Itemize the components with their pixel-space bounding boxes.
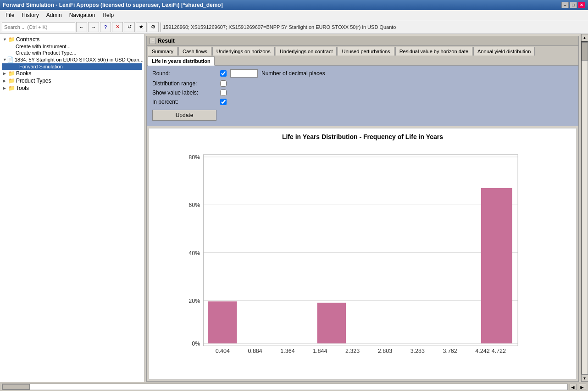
distribution-range-row: Distribution range: [152,80,573,87]
menu-navigation[interactable]: Navigation [66,10,99,20]
refresh-button[interactable]: ↺ [124,22,135,32]
tree-item-create-instrument[interactable]: Create with Instrument... [2,43,142,50]
tree-item-books[interactable]: ▶ 📁 Books [2,70,142,77]
tab-unused-perturbations[interactable]: Unused perturbations [338,47,394,56]
tab-annual-yield[interactable]: Annual yield distribution [473,47,535,56]
show-value-labels-checkbox[interactable] [220,89,227,96]
tree-item-tools[interactable]: ▶ 📁 Tools [2,84,142,92]
form-area: Round: 1 Number of decimal places Distri… [147,66,578,126]
svg-text:80%: 80% [189,154,200,161]
svg-text:2.323: 2.323 [345,348,360,354]
round-row: Round: 1 Number of decimal places [152,69,573,78]
svg-text:3.283: 3.283 [410,348,425,354]
folder-icon: 📁 [8,36,15,43]
bar-2 [481,188,512,344]
svg-text:1.364: 1.364 [280,348,294,354]
svg-rect-10 [204,155,518,346]
round-checkbox[interactable] [220,70,227,77]
tab-underlyings-contract[interactable]: Underlyings on contract [276,47,337,56]
in-percent-checkbox[interactable] [220,99,227,105]
chart-container: 80% 60% 40% 20% 0% [154,145,571,374]
search-input[interactable] [2,22,75,32]
round-input[interactable]: 1 [230,69,258,78]
tab-residual-value[interactable]: Residual value by horizon date [395,47,472,56]
svg-text:20%: 20% [189,298,200,304]
svg-text:40%: 40% [189,250,200,257]
chart-svg: 80% 60% 40% 20% 0% [154,145,571,374]
result-panel: – Result Summary Cash flows Underlyings … [146,36,579,382]
folder-icon-books: 📁 [8,70,15,77]
scroll-up-button[interactable]: ▲ [581,34,588,41]
tree-item-contracts[interactable]: ▼ 📁 Contracts [2,36,142,43]
menu-file[interactable]: File [2,10,18,20]
scroll-right-btn[interactable]: ► [579,384,586,390]
menu-bar: File History Admin Navigation Help [0,10,588,20]
close-tab-button[interactable]: ✕ [112,22,123,32]
in-percent-label: In percent: [152,99,216,105]
menu-history[interactable]: History [18,10,42,20]
menu-admin[interactable]: Admin [43,10,66,20]
show-value-labels-label: Show value labels: [152,89,216,96]
horizontal-scrollbar[interactable] [2,384,568,390]
bookmark-button[interactable]: ★ [136,22,147,32]
collapse-button[interactable]: – [150,38,156,44]
update-row: Update [152,108,573,123]
tree-toggle-products[interactable]: ▶ [3,78,8,83]
round-label: Round: [152,70,216,77]
bar-1 [317,303,346,344]
chart-area: Life in Years Distribution - Frequency o… [149,128,577,380]
tree-item-create-product[interactable]: Create with Product Type... [2,50,142,56]
tree-toggle-books[interactable]: ▶ [3,71,8,76]
svg-text:60%: 60% [189,202,200,208]
content-area: – Result Summary Cash flows Underlyings … [144,34,581,382]
window-controls: – □ ✕ [561,2,585,8]
show-value-labels-row: Show value labels: [152,89,573,96]
scroll-down-button[interactable]: ▼ [581,374,588,382]
folder-icon-products: 📁 [8,78,15,84]
tabs-row: Summary Cash flows Underlyings on horizo… [147,46,578,66]
toolbar-separator [161,22,161,32]
scroll-track [581,41,588,374]
svg-text:3.762: 3.762 [443,348,457,354]
tab-life-years[interactable]: Life in years distribution [148,56,215,66]
tree-toggle-contracts[interactable]: ▼ [3,37,8,42]
scroll-left-btn[interactable]: ◄ [570,384,577,390]
title-bar: Forward Simulation - LexiFi Apropos (lic… [0,0,588,10]
folder-icon-tools: 📁 [8,85,15,91]
close-button[interactable]: ✕ [578,2,585,8]
svg-text:0%: 0% [192,341,200,347]
right-scrollbar: ▲ ▼ [581,34,588,382]
help-button[interactable]: ? [100,22,111,32]
tree-item-forward-simulation[interactable]: Forward Simulation [2,63,142,70]
chart-title: Life in Years Distribution - Frequency o… [154,133,571,140]
update-button[interactable]: Update [152,110,216,121]
result-header: – Result [147,36,578,46]
forward-button[interactable]: → [88,22,99,32]
tree-item-1834[interactable]: ▼ 📄 1834: 5Y Starlight on EURO STOXX 50(… [2,56,142,63]
svg-text:4.242: 4.242 [475,348,489,354]
tab-summary[interactable]: Summary [148,47,178,56]
tree-toggle-tools[interactable]: ▶ [3,86,8,90]
document-icon: 📄 [7,56,14,63]
toolbar: ← → ? ✕ ↺ ★ ⚙ 159126960; XS1591269607; X… [0,20,588,34]
distribution-range-checkbox[interactable] [220,80,227,87]
tab-cashflows[interactable]: Cash flows [178,47,211,56]
tree-toggle-1834[interactable]: ▼ [3,57,7,62]
back-button[interactable]: ← [76,22,87,32]
svg-text:0.884: 0.884 [248,348,262,354]
status-bar: ◄ ► [0,382,588,391]
minimize-button[interactable]: – [561,2,569,8]
maximize-button[interactable]: □ [570,2,577,8]
main-layout: ▼ 📁 Contracts Create with Instrument... … [0,34,588,382]
title-text: Forward Simulation - LexiFi Apropos (lic… [3,2,223,8]
scroll-thumb[interactable] [582,42,588,61]
distribution-range-label: Distribution range: [152,80,216,87]
decimal-places-label: Number of decimal places [261,70,325,77]
tab-underlyings-horizons[interactable]: Underlyings on horizons [212,47,275,56]
scrollbar-thumb [2,384,30,390]
svg-text:4.722: 4.722 [492,348,506,354]
tree-item-product-types[interactable]: ▶ 📁 Product Types [2,77,142,84]
status-info: 159126960; XS1591269607; XS1591269607=BN… [163,24,586,30]
settings-button[interactable]: ⚙ [148,22,159,32]
menu-help[interactable]: Help [99,10,117,20]
